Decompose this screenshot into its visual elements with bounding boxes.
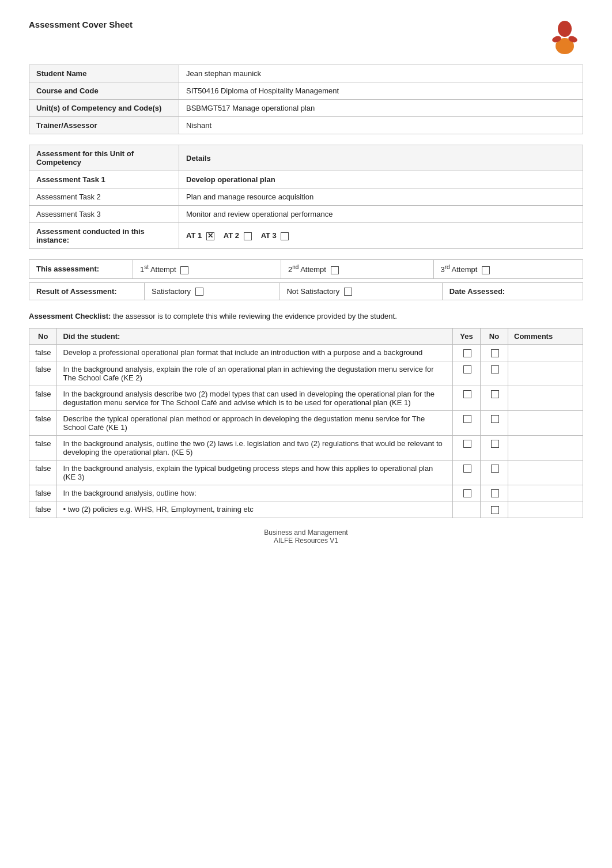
col-header-yes: Yes (453, 328, 481, 344)
checklist-row-num: false (29, 501, 57, 518)
date-assessed-cell: Date Assessed: (442, 282, 583, 300)
satisfactory-checkbox[interactable] (195, 288, 203, 296)
footer-line1: Business and Management (29, 529, 583, 537)
checklist-yes-cb[interactable] (453, 410, 481, 435)
checklist-row-num: false (29, 435, 57, 460)
second-attempt-cell: 2nd Attempt (281, 260, 433, 279)
conducted-label: Assessment conducted in this instance: (29, 223, 179, 249)
checklist-yes-cb[interactable] (453, 435, 481, 460)
checklist-row: falseIn the background analysis, outline… (29, 485, 583, 501)
student-value: Nishant (179, 117, 583, 134)
first-attempt-cell: 1st Attempt (133, 260, 281, 279)
result-label: Result of Assessment: (29, 282, 145, 300)
checklist-table: No Did the student: Yes No Comments fals… (29, 328, 583, 518)
checklist-row: falseIn the background analysis, explain… (29, 460, 583, 485)
attempt-table: This assessment: 1st Attempt 2nd Attempt… (29, 259, 583, 279)
student-value: SIT50416 Diploma of Hospitality Manageme… (179, 82, 583, 100)
second-attempt-label: 2nd Attempt (288, 265, 326, 274)
task-value: Plan and manage resource acquisition (179, 188, 583, 206)
checklist-yes-cb[interactable] (453, 344, 481, 361)
checklist-intro: Assessment Checklist: the assessor is to… (29, 311, 583, 322)
student-label: Student Name (29, 65, 179, 82)
first-attempt-checkbox[interactable] (180, 266, 188, 274)
col-header-did: Did the student: (57, 328, 453, 344)
checklist-row-num: false (29, 344, 57, 361)
checklist-row-text: In the background analysis describe two … (57, 386, 453, 410)
student-label: Unit(s) of Competency and Code(s) (29, 100, 179, 117)
checklist-comments (508, 435, 583, 460)
comp-col1-header: Assessment for this Unit of Competency (29, 145, 179, 171)
task-label: Assessment Task 3 (29, 206, 179, 223)
checklist-row: falseDevelop a professional operational … (29, 344, 583, 361)
date-assessed-label: Date Assessed: (449, 287, 505, 296)
col-header-no: No (29, 328, 57, 344)
checklist-yes-cb[interactable] (453, 485, 481, 501)
checklist-no-cb[interactable] (481, 386, 508, 410)
checklist-yes-cb[interactable] (453, 386, 481, 410)
checklist-row-text: In the background analysis, explain the … (57, 361, 453, 386)
at1-checkbox[interactable] (206, 232, 214, 240)
checklist-row: falseIn the background analysis, outline… (29, 435, 583, 460)
result-table: Result of Assessment: Satisfactory Not S… (29, 282, 583, 301)
checklist-no-cb[interactable] (481, 435, 508, 460)
student-label: Trainer/Assessor (29, 117, 179, 134)
checklist-no-cb[interactable] (481, 410, 508, 435)
assessment-tasks-table: Assessment for this Unit of CompetencyDe… (29, 145, 583, 249)
checklist-intro-text: the assessor is to complete this while r… (113, 312, 397, 320)
svg-point-0 (558, 21, 572, 37)
col-header-no2: No (481, 328, 508, 344)
at2-checkbox[interactable] (244, 232, 252, 240)
checklist-row-num: false (29, 460, 57, 485)
task-value: Develop operational plan (179, 171, 583, 188)
at2-label: AT 2 (224, 231, 239, 240)
not-satisfactory-checkbox[interactable] (344, 288, 352, 296)
third-attempt-checkbox[interactable] (482, 266, 490, 274)
checklist-intro-bold: Assessment Checklist: (29, 312, 111, 320)
page-title: Assessment Cover Sheet (29, 17, 133, 29)
checklist-yes-cb[interactable] (453, 501, 481, 518)
checklist-no-cb[interactable] (481, 501, 508, 518)
satisfactory-label: Satisfactory (152, 287, 191, 296)
not-satisfactory-label: Not Satisfactory (286, 287, 339, 296)
checklist-comments (508, 460, 583, 485)
checklist-comments (508, 501, 583, 518)
logo (546, 17, 583, 54)
checklist-row-text: • two (2) policies e.g. WHS, HR, Employm… (57, 501, 453, 518)
checklist-row: falseDescribe the typical operational pl… (29, 410, 583, 435)
student-value: BSBMGT517 Manage operational plan (179, 100, 583, 117)
checklist-no-cb[interactable] (481, 344, 508, 361)
student-value: Jean stephan maunick (179, 65, 583, 82)
checklist-comments (508, 361, 583, 386)
page-header: Assessment Cover Sheet (29, 17, 583, 54)
second-attempt-checkbox[interactable] (331, 266, 339, 274)
checklist-comments (508, 410, 583, 435)
checklist-comments (508, 386, 583, 410)
checklist-comments (508, 344, 583, 361)
footer-line2: AILFE Resources V1 (29, 537, 583, 545)
third-attempt-cell: 3rd Attempt (433, 260, 583, 279)
task-label: Assessment Task 1 (29, 171, 179, 188)
checklist-row: falseIn the background analysis describe… (29, 386, 583, 410)
checklist-no-cb[interactable] (481, 361, 508, 386)
checklist-row-text: In the background analysis, outline the … (57, 435, 453, 460)
checklist-yes-cb[interactable] (453, 361, 481, 386)
checklist-row: false• two (2) policies e.g. WHS, HR, Em… (29, 501, 583, 518)
checklist-row-num: false (29, 485, 57, 501)
checklist-no-cb[interactable] (481, 460, 508, 485)
conducted-checkboxes: AT 1 AT 2 AT 3 (179, 223, 583, 249)
this-assessment-label: This assessment: (29, 260, 133, 279)
comp-col2-header: Details (179, 145, 583, 171)
task-label: Assessment Task 2 (29, 188, 179, 206)
satisfactory-cell: Satisfactory (145, 282, 279, 300)
student-label: Course and Code (29, 82, 179, 100)
footer: Business and Management AILFE Resources … (29, 529, 583, 545)
checklist-no-cb[interactable] (481, 485, 508, 501)
checklist-comments (508, 485, 583, 501)
checklist-row-text: Develop a professional operational plan … (57, 344, 453, 361)
at3-checkbox[interactable] (281, 232, 289, 240)
first-attempt-label: 1st Attempt (140, 265, 176, 274)
at1-label: AT 1 (186, 231, 202, 240)
checklist-row-num: false (29, 361, 57, 386)
task-value: Monitor and review operational performan… (179, 206, 583, 223)
checklist-yes-cb[interactable] (453, 460, 481, 485)
